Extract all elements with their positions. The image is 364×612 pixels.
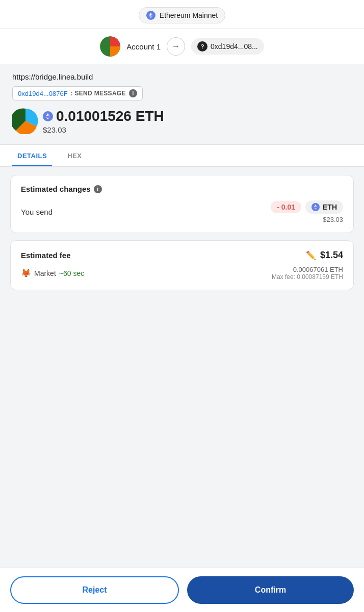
account-name: Account 1 xyxy=(126,42,161,51)
market-row: 🦊 Market ~60 sec xyxy=(21,268,84,278)
site-url: https://bridge.linea.build xyxy=(12,72,352,81)
you-send-row: You send - 0.01 ETH $2 xyxy=(21,200,343,223)
send-right: - 0.01 ETH $23.03 xyxy=(271,200,343,223)
amount-eth: 0.01001526 ETH xyxy=(43,108,164,124)
eth-token-badge: ETH xyxy=(305,200,343,214)
reject-button[interactable]: Reject xyxy=(10,576,179,604)
eth-badge-icon xyxy=(311,203,320,211)
amount-row: 0.01001526 ETH $23.03 xyxy=(12,108,352,134)
fee-bottom: 🦊 Market ~60 sec 0.00067061 ETH Max fee:… xyxy=(21,266,343,280)
estimated-changes-title: Estimated changes i xyxy=(21,185,343,193)
tabs-row: DETAILS HEX xyxy=(0,145,364,167)
token-pie-icon xyxy=(12,108,39,134)
market-label: Market xyxy=(34,269,56,277)
estimated-changes-info-icon[interactable]: i xyxy=(94,185,102,193)
market-time: ~60 sec xyxy=(59,269,84,277)
account-avatar xyxy=(100,36,120,57)
you-send-label: You send xyxy=(21,208,53,216)
arrow-right-icon: → xyxy=(167,37,185,56)
info-icon: i xyxy=(129,89,137,97)
dest-address-text: 0xd19d4...08... xyxy=(211,42,258,50)
site-info-section: https://bridge.linea.build 0xd19d4...087… xyxy=(0,64,364,145)
network-pill[interactable]: Ethereum Mainnet xyxy=(139,7,225,23)
estimated-changes-card: Estimated changes i You send - 0.01 xyxy=(10,175,354,233)
main-content: Estimated changes i You send - 0.01 xyxy=(0,167,364,568)
fee-max: Max fee: 0.00087159 ETH xyxy=(272,273,343,280)
estimated-fee-card: Estimated fee ✏️ $1.54 🦊 Market ~60 sec … xyxy=(10,240,354,290)
send-usd: $23.03 xyxy=(323,216,343,223)
fee-eth: 0.00067061 ETH xyxy=(293,266,343,273)
contract-method: : SEND MESSAGE xyxy=(71,90,126,97)
fee-title: Estimated fee xyxy=(21,251,71,260)
tab-details[interactable]: DETAILS xyxy=(12,145,52,166)
contract-badge: 0xd19d4...0876F : SEND MESSAGE i xyxy=(12,86,143,100)
send-tokens: - 0.01 ETH xyxy=(271,200,343,214)
confirm-button[interactable]: Confirm xyxy=(187,576,354,604)
amount-negative: - 0.01 xyxy=(271,201,301,213)
fox-icon: 🦊 xyxy=(21,268,31,278)
question-icon: ? xyxy=(197,41,207,52)
amount-usd: $23.03 xyxy=(43,125,164,134)
network-bar: Ethereum Mainnet xyxy=(0,0,364,29)
svg-point-3 xyxy=(43,111,53,121)
tab-hex[interactable]: HEX xyxy=(62,145,87,166)
fee-top: Estimated fee ✏️ $1.54 xyxy=(21,250,343,261)
account-row: Account 1 → ? 0xd19d4...08... xyxy=(0,29,364,64)
fee-right: 0.00067061 ETH Max fee: 0.00087159 ETH xyxy=(272,266,343,280)
network-label: Ethereum Mainnet xyxy=(160,11,218,19)
edit-icon[interactable]: ✏️ xyxy=(306,250,316,260)
fee-amount-main: ✏️ $1.54 xyxy=(306,250,343,261)
dest-address: ? 0xd19d4...08... xyxy=(191,38,264,55)
eth-icon-amount xyxy=(43,111,53,121)
contract-address: 0xd19d4...0876F xyxy=(18,90,68,97)
ethereum-icon xyxy=(146,11,155,20)
svg-point-4 xyxy=(311,203,320,211)
bottom-bar: Reject Confirm xyxy=(0,568,364,612)
